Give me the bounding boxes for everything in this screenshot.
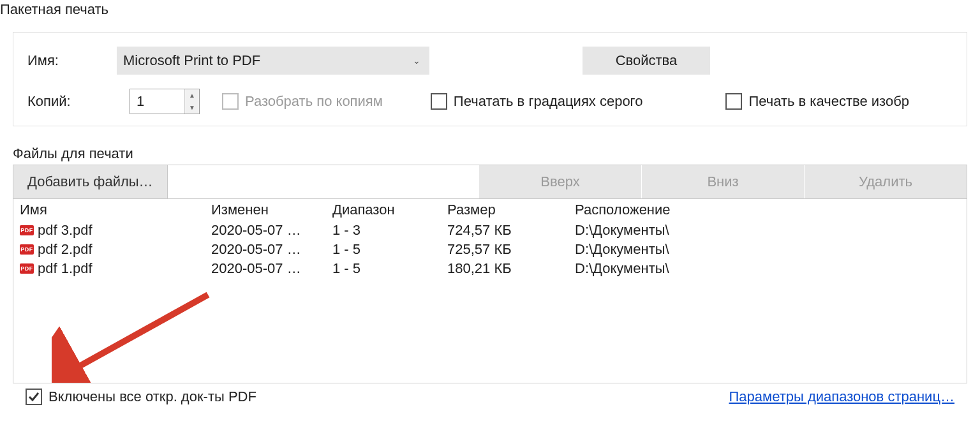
grayscale-label: Печатать в градациях серого	[454, 93, 643, 110]
cell-location: D:\Документы\	[568, 221, 967, 240]
cell-name: pdf 2.pdf	[38, 241, 93, 258]
cell-name: pdf 1.pdf	[38, 260, 93, 277]
copies-spinner[interactable]: 1 ▲ ▼	[130, 89, 200, 114]
files-toolbar: Добавить файлы… Вверх Вниз Удалить	[13, 165, 967, 198]
cell-size: 180,21 КБ	[441, 259, 568, 278]
chevron-down-icon: ⌄	[413, 56, 420, 66]
files-section-title: Файлы для печати	[13, 145, 967, 162]
add-files-button[interactable]: Добавить файлы…	[13, 165, 168, 198]
column-header-size[interactable]: Размер	[441, 199, 568, 221]
column-header-location[interactable]: Расположение	[568, 199, 967, 221]
pdf-icon: PDF	[20, 263, 34, 274]
column-header-modified[interactable]: Изменен	[205, 199, 326, 221]
cell-range: 1 - 5	[326, 240, 441, 259]
move-up-button[interactable]: Вверх	[479, 165, 641, 198]
cell-name: pdf 3.pdf	[38, 222, 93, 239]
print-as-image-label: Печать в качестве изобр	[748, 93, 909, 110]
column-header-name[interactable]: Имя	[13, 199, 205, 221]
printer-select[interactable]: Microsoft Print to PDF ⌄	[117, 47, 429, 75]
table-row[interactable]: PDFpdf 1.pdf 2020-05-07 … 1 - 5 180,21 К…	[13, 259, 967, 278]
printer-name-label: Имя:	[27, 52, 117, 69]
table-row[interactable]: PDFpdf 3.pdf 2020-05-07 … 1 - 3 724,57 К…	[13, 221, 967, 240]
spinner-down-icon[interactable]: ▼	[185, 101, 199, 114]
cell-modified: 2020-05-07 …	[205, 259, 326, 278]
window-title: Пакетная печать	[0, 0, 980, 19]
print-as-image-checkbox[interactable]: Печать в качестве изобр	[725, 93, 909, 110]
checkbox-icon	[26, 389, 42, 405]
cell-size: 724,57 КБ	[441, 221, 568, 240]
include-open-docs-checkbox[interactable]: Включены все откр. док-ты PDF	[26, 389, 256, 405]
copies-label: Копий:	[27, 93, 130, 110]
delete-button[interactable]: Удалить	[804, 165, 967, 198]
collate-checkbox: Разобрать по копиям	[222, 93, 383, 110]
pdf-icon: PDF	[20, 225, 34, 235]
spinner-up-icon[interactable]: ▲	[185, 89, 199, 101]
checkbox-icon	[725, 93, 742, 110]
column-header-range[interactable]: Диапазон	[326, 199, 441, 221]
cell-modified: 2020-05-07 …	[205, 221, 326, 240]
copies-value: 1	[130, 89, 184, 114]
collate-label: Разобрать по копиям	[245, 93, 383, 110]
cell-range: 1 - 5	[326, 259, 441, 278]
cell-location: D:\Документы\	[568, 259, 967, 278]
svg-line-1	[64, 295, 208, 374]
cell-modified: 2020-05-07 …	[205, 240, 326, 259]
pdf-icon: PDF	[20, 244, 34, 255]
table-row[interactable]: PDFpdf 2.pdf 2020-05-07 … 1 - 5 725,57 К…	[13, 240, 967, 259]
checkbox-icon	[222, 93, 239, 110]
printer-section: Имя: Microsoft Print to PDF ⌄ Свойства К…	[13, 32, 967, 126]
properties-button[interactable]: Свойства	[583, 47, 710, 75]
files-section: Файлы для печати Добавить файлы… Вверх В…	[13, 145, 967, 405]
cell-location: D:\Документы\	[568, 240, 967, 259]
checkbox-icon	[431, 93, 447, 110]
include-open-docs-label: Включены все откр. док-ты PDF	[48, 389, 256, 405]
files-list[interactable]: Имя Изменен Диапазон Размер Расположение…	[13, 198, 967, 383]
grayscale-checkbox[interactable]: Печатать в градациях серого	[431, 93, 643, 110]
cell-range: 1 - 3	[326, 221, 441, 240]
page-range-settings-link[interactable]: Параметры диапазонов страниц…	[729, 389, 955, 405]
printer-selected-value: Microsoft Print to PDF	[123, 52, 260, 69]
move-down-button[interactable]: Вниз	[641, 165, 804, 198]
cell-size: 725,57 КБ	[441, 240, 568, 259]
annotation-arrow-icon	[52, 288, 218, 383]
